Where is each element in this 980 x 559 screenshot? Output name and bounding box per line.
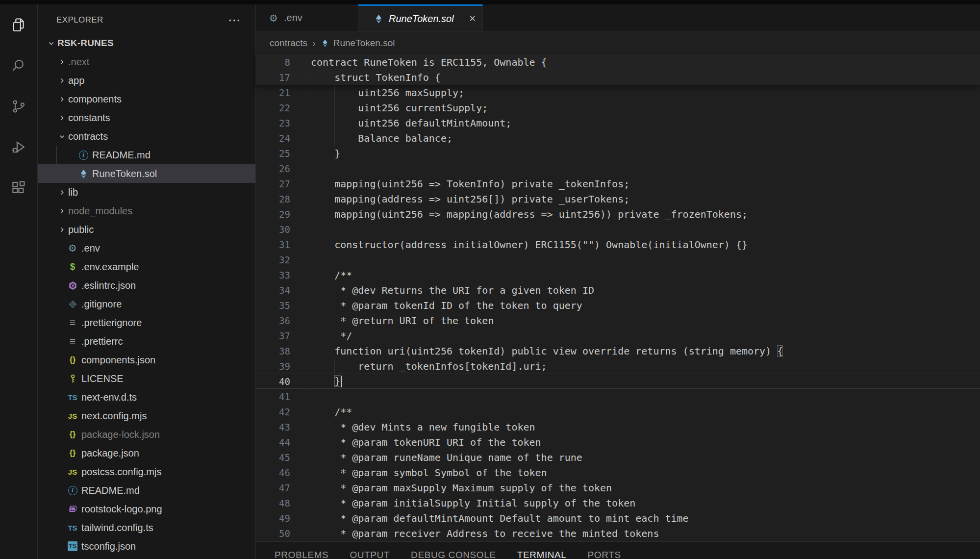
code-text: contract RuneToken is ERC1155, Ownable { [311, 56, 547, 68]
file-runetoken-sol[interactable]: RuneToken.sol [38, 164, 255, 183]
tree-item-label: constants [68, 112, 110, 124]
file--prettierrc[interactable]: ≡.prettierrc [38, 332, 255, 351]
chevron-down-icon [45, 39, 57, 48]
code-line-39: 39 return _tokenInfos[tokenId].uri; [256, 358, 980, 374]
code-text: function uri(uint256 tokenId) public vie… [311, 345, 783, 357]
code-line-43: 43 * @dev Mints a new fungible token [256, 419, 980, 434]
indent-guide [311, 191, 311, 206]
indent-guide [311, 267, 311, 282]
code-editor[interactable]: 21 uint256 maxSupply;22 uint256 currentS… [256, 85, 980, 541]
indent-guide [311, 389, 311, 404]
folder-node-modules[interactable]: node_modules [38, 202, 255, 220]
code-line-31: 31 constructor(address initialOwner) ERC… [256, 237, 980, 252]
eslint-icon [67, 280, 78, 291]
panel-tab-output[interactable]: OUTPUT [350, 542, 390, 559]
activity-source-control-icon[interactable] [0, 86, 37, 127]
activity-search-icon[interactable] [0, 45, 37, 86]
file-license[interactable]: LICENSE [38, 369, 255, 388]
indent-guide [311, 434, 311, 450]
more-actions-icon[interactable]: ⋯ [228, 18, 241, 23]
folder-rsk-runes[interactable]: RSK-RUNES [38, 34, 255, 52]
code-line-49: 49 * @param defaultMintAmount Default am… [256, 510, 980, 526]
folder-components[interactable]: components [38, 90, 255, 108]
folder-public[interactable]: public [38, 220, 255, 239]
activity-extensions-icon[interactable] [0, 167, 37, 208]
code-line-38: 38 function uri(uint256 tokenId) public … [256, 343, 980, 358]
tab-runetoken-sol[interactable]: RuneToken.sol× [358, 4, 483, 31]
file-tailwind-config-ts[interactable]: TStailwind.config.ts [38, 518, 255, 537]
file-components-json[interactable]: {}components.json [38, 351, 255, 369]
line-number: 32 [256, 254, 290, 265]
folder-constants[interactable]: constants [38, 108, 255, 127]
breadcrumb-separator-icon: › [312, 38, 316, 49]
sticky-scroll[interactable]: 8contract RuneToken is ERC1155, Ownable … [256, 54, 980, 85]
line-number: 24 [256, 133, 290, 144]
line-number: 50 [256, 528, 290, 539]
file--env-example[interactable]: $.env.example [38, 257, 255, 276]
file--prettierignore[interactable]: ≡.prettierignore [38, 313, 255, 332]
tree-item-label: RSK-RUNES [57, 38, 114, 49]
tree-item-label: package.json [81, 448, 139, 459]
close-icon[interactable]: × [469, 12, 476, 25]
code-text: uint256 currentSupply; [311, 102, 488, 114]
folder-lib[interactable]: lib [38, 183, 255, 202]
indent-guide [56, 164, 57, 183]
tree-item-label: .gitignore [81, 299, 122, 310]
activity-run-and-debug-icon[interactable] [0, 127, 37, 167]
file-readme-md[interactable]: iREADME.md [38, 481, 255, 500]
explorer-title: EXPLORER [56, 15, 103, 25]
file-readme-md[interactable]: iREADME.md [38, 146, 255, 164]
breadcrumb-folder[interactable]: contracts [270, 38, 307, 49]
indent-guide [311, 237, 311, 252]
code-text: * @param receiver Address to receive the… [311, 528, 659, 539]
panel-tab-debug-console[interactable]: DEBUG CONSOLE [411, 542, 496, 559]
chevron-right-icon [55, 207, 68, 215]
code-line-17: 17 struct TokenInfo { [256, 70, 980, 85]
chevron-right-icon [55, 188, 68, 197]
code-text: return _tokenInfos[tokenId].uri; [311, 360, 547, 372]
indent-guide [311, 480, 311, 495]
line-number: 41 [256, 391, 290, 402]
code-line-40: 40 } [256, 374, 980, 389]
file--env[interactable]: ⚙.env [38, 239, 255, 257]
text-cursor [341, 376, 342, 387]
tab-label: RuneToken.sol [389, 13, 454, 25]
activity-explorer-icon[interactable] [0, 4, 37, 45]
panel-tab-ports[interactable]: PORTS [588, 542, 621, 559]
line-number: 28 [256, 194, 290, 204]
code-line-8: 8contract RuneToken is ERC1155, Ownable … [256, 54, 980, 70]
indent-guide [311, 495, 311, 510]
code-text: } [311, 375, 342, 388]
file-package-json[interactable]: {}package.json [38, 444, 255, 462]
line-number: 33 [256, 270, 290, 280]
folder--next[interactable]: .next [38, 52, 255, 71]
code-text: /** [311, 269, 352, 281]
bottom-panel: PROBLEMSOUTPUTDEBUG CONSOLETERMINALPORTS [256, 541, 980, 559]
indent-guide [311, 298, 311, 313]
tree-item-label: rootstock-logo.png [81, 504, 162, 515]
file--gitignore[interactable]: .gitignore [38, 295, 255, 313]
line-number: 26 [256, 163, 290, 174]
code-text: mapping(address => uint256[]) private _u… [311, 193, 629, 205]
file-package-lock-json[interactable]: {}package-lock.json [38, 425, 255, 444]
panel-tab-terminal[interactable]: TERMINAL [517, 542, 567, 559]
code-line-25: 25 } [256, 146, 980, 161]
indent-guide [311, 85, 311, 100]
indent-guide [311, 115, 311, 130]
file-tsconfig-json[interactable]: TStsconfig.json [38, 537, 255, 556]
file-next-config-mjs[interactable]: JSnext.config.mjs [38, 407, 255, 425]
indent-guide [334, 358, 335, 374]
line-number: 49 [256, 513, 290, 524]
file-next-env-d-ts[interactable]: TSnext-env.d.ts [38, 388, 255, 407]
file--eslintrc-json[interactable]: .eslintrc.json [38, 276, 255, 295]
indent-guide [311, 404, 311, 419]
tree-item-label: .next [68, 56, 89, 68]
file-postcss-config-mjs[interactable]: JSpostcss.config.mjs [38, 462, 255, 481]
indent-guide [311, 161, 311, 176]
tab--env[interactable]: ⚙.env [256, 4, 358, 31]
folder-app[interactable]: app [38, 71, 255, 90]
panel-tab-problems[interactable]: PROBLEMS [275, 542, 328, 559]
breadcrumb-file[interactable]: RuneToken.sol [333, 38, 395, 49]
file-rootstock-logo-png[interactable]: rootstock-logo.png [38, 500, 255, 518]
folder-contracts[interactable]: contracts [38, 127, 255, 146]
